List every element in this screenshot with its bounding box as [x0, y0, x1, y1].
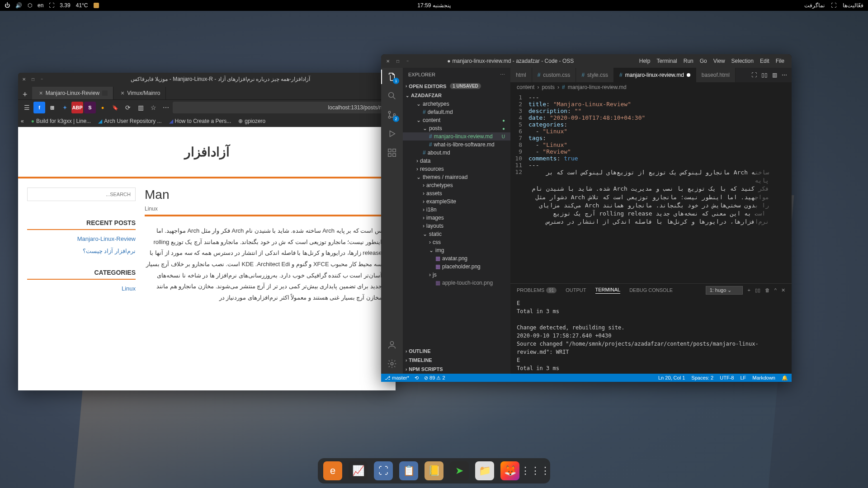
timeline-section[interactable]: ›TIMELINE	[403, 356, 510, 365]
tree-folder[interactable]: ⌄archetypes	[403, 100, 510, 108]
dock-screenshot[interactable]: ⛶	[374, 461, 393, 480]
dock-system-monitor[interactable]: 📈	[349, 461, 368, 480]
explorer-icon[interactable]: 1	[387, 71, 397, 82]
minimize-icon[interactable]: ﹣	[405, 58, 411, 64]
tree-folder[interactable]: ›i18n	[403, 206, 510, 214]
bookmark-item[interactable]: ◢Arch User Repository ...	[98, 118, 161, 124]
tree-folder[interactable]: ⌄img	[403, 246, 510, 254]
minimize-icon[interactable]: ﹣	[39, 76, 45, 82]
search-input[interactable]	[27, 188, 136, 201]
close-tab-icon[interactable]: ×	[121, 89, 124, 97]
extensions-icon[interactable]	[387, 147, 397, 158]
menu-terminal[interactable]: Terminal	[656, 58, 677, 64]
ext-icon[interactable]: S	[84, 102, 96, 113]
activities-label[interactable]: فعّالیت‌ها	[843, 2, 863, 9]
project-section[interactable]: ⌄AZADAFZAR	[403, 91, 510, 100]
tree-file[interactable]: #default.md	[403, 108, 510, 116]
more-icon[interactable]: ⋯	[160, 102, 172, 113]
split-terminal-icon[interactable]: ▯▯	[755, 287, 760, 293]
maximize-icon[interactable]: □	[395, 58, 401, 64]
terminal-output[interactable]: E Total in 3 ms Change detected, rebuild…	[510, 296, 792, 374]
tree-folder[interactable]: ›layouts	[403, 222, 510, 230]
breadcrumb[interactable]: content› posts› #manjaro-linux-review.md	[510, 82, 792, 92]
tree-folder[interactable]: ›js	[403, 271, 510, 279]
tree-folder[interactable]: ›exampleSite	[403, 197, 510, 206]
maximize-panel-icon[interactable]: ^	[774, 287, 777, 293]
eol-status[interactable]: LF	[740, 375, 746, 381]
close-tab-icon[interactable]: ×	[39, 89, 43, 97]
tree-file[interactable]: ▦avatar.png	[403, 254, 510, 263]
npm-section[interactable]: ›NPM SCRIPTS	[403, 365, 510, 374]
search-icon[interactable]	[387, 90, 397, 101]
bookmark-item[interactable]: ⊕gpiozero	[238, 118, 265, 124]
menu-file[interactable]: File	[776, 58, 784, 64]
bookmark-icon[interactable]: ☆	[147, 102, 159, 113]
screenshot-label[interactable]: نماگرفت	[804, 2, 825, 9]
tree-file-active[interactable]: #manjaro-linux-review.mdU	[403, 132, 510, 141]
editor-tab[interactable]: html	[510, 68, 532, 82]
ext-icon[interactable]: f	[33, 102, 45, 113]
editor-tab-active[interactable]: #manjaro-linux-review.md	[614, 68, 696, 82]
url-bar[interactable]: localhost:1313/posts/mar	[173, 102, 393, 113]
debug-icon[interactable]	[387, 128, 397, 139]
bookmark-item[interactable]: ●Build for k3gxx | Line...	[31, 118, 91, 124]
menu-run[interactable]: Run	[684, 58, 693, 64]
bookmarks-expand-icon[interactable]: «	[21, 118, 24, 124]
ext-icon[interactable]: ●	[97, 102, 108, 113]
bookmark-item[interactable]: ◢How to Create a Pers...	[169, 118, 231, 124]
tree-folder[interactable]: ⌄static	[403, 230, 510, 238]
workspace-icon[interactable]: ⛶	[49, 2, 54, 9]
menu-view[interactable]: View	[713, 58, 725, 64]
minimap[interactable]	[755, 92, 792, 283]
tree-file[interactable]: ▦apple-touch-icon.png	[403, 279, 510, 287]
reload-icon[interactable]: ⟳	[122, 102, 134, 113]
problems-tab[interactable]: PROBLEMS91	[517, 287, 557, 293]
menu-go[interactable]: Go	[700, 58, 707, 64]
dock-app[interactable]: ➤	[450, 461, 469, 480]
editor[interactable]: 1--- 2title: "Manjaro-Linux-Review" 3des…	[510, 92, 792, 283]
menu-icon[interactable]: ☰	[21, 102, 33, 113]
tree-folder[interactable]: ›archetypes	[403, 181, 510, 189]
tree-folder[interactable]: ›css	[403, 238, 510, 246]
ext-icon[interactable]: 🔖	[109, 102, 121, 113]
account-icon[interactable]	[387, 339, 397, 350]
tree-file[interactable]: #what-is-libre-software.md	[403, 141, 510, 149]
tree-file[interactable]: #about.md	[403, 149, 510, 157]
firefox-titlebar[interactable]: ✕ □ ﹣ آزادافزار-همه چیز درباره نرم‌افزار…	[18, 73, 396, 85]
menu-edit[interactable]: Edit	[760, 58, 769, 64]
menu-help[interactable]: Help	[639, 58, 651, 64]
tree-folder[interactable]: ›assets	[403, 189, 510, 197]
category-link[interactable]: Linux	[27, 282, 136, 295]
cursor-position[interactable]: Ln 20, Col 1	[658, 375, 685, 381]
ext-icon[interactable]: ⊞	[46, 102, 58, 113]
split-icon[interactable]: ▥	[772, 72, 777, 78]
output-tab[interactable]: OUTPUT	[566, 287, 586, 293]
editor-tab[interactable]: baseof.html	[696, 68, 736, 82]
dock-app[interactable]: e	[323, 461, 342, 480]
new-tab-button[interactable]: +	[18, 90, 32, 99]
scm-icon[interactable]: 2	[387, 109, 397, 120]
close-panel-icon[interactable]: ✕	[781, 287, 785, 293]
keyboard-lang[interactable]: en	[38, 2, 43, 9]
clock[interactable]: 17:59 پنجشنبه	[417, 2, 450, 9]
ext-icon[interactable]: ABP	[71, 102, 83, 113]
recent-post-link[interactable]: Manjaro-Linux-Review	[27, 233, 136, 245]
tree-folder[interactable]: ⌄themes / mainroad	[403, 173, 510, 181]
ext-icon[interactable]: ✦	[59, 102, 71, 113]
vscode-titlebar[interactable]: ✕ □ ﹣ ● manjaro-linux-review.md - azadaf…	[381, 54, 792, 68]
sync-icon[interactable]: ⟲	[415, 375, 419, 381]
tab-active[interactable]: × Manjaro-Linux-Review	[32, 87, 114, 99]
language-status[interactable]: Markdown	[752, 375, 775, 381]
editor-tab[interactable]: #style.css	[576, 68, 614, 82]
volume-icon[interactable]: 🔊	[15, 2, 22, 9]
menu-selection[interactable]: Selection	[731, 58, 754, 64]
open-editors-section[interactable]: ›OPEN EDITORS 1 UNSAVED	[403, 81, 510, 91]
tree-folder[interactable]: ⌄posts●	[403, 124, 510, 132]
dock-files[interactable]: 📁	[475, 461, 494, 480]
tree-file[interactable]: ▦placeholder.png	[403, 263, 510, 271]
indentation-status[interactable]: Spaces: 2	[691, 375, 713, 381]
dock-firefox[interactable]: 🦊	[500, 461, 519, 480]
close-icon[interactable]: ✕	[385, 58, 391, 64]
debug-console-tab[interactable]: DEBUG CONSOLE	[629, 287, 673, 293]
close-icon[interactable]: ✕	[21, 76, 27, 82]
